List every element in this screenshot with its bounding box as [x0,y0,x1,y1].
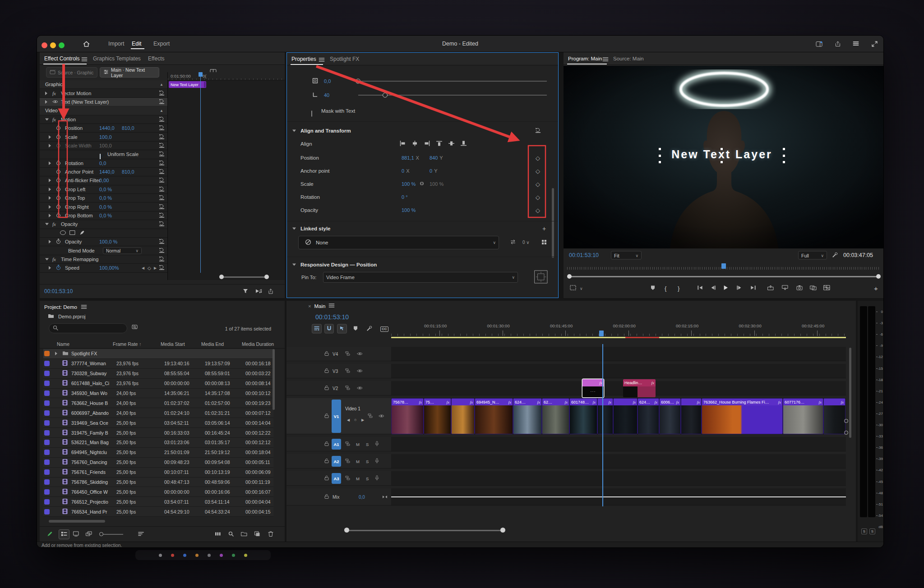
reset-icon[interactable] [159,90,165,96]
tab-spotlight-fx[interactable]: Spotlight FX [330,56,359,62]
pen-mask-icon[interactable] [79,230,85,236]
project-row-6006997-abando[interactable]: 6006997_Abando 24,00 fps 01:02:24:10 01:… [43,408,273,418]
ec-row-tools[interactable] [40,229,167,238]
dock-app-dot[interactable] [208,554,211,557]
project-row-730328-subway[interactable]: 730328_Subway 23,976 fps 08:55:55:04 08:… [43,369,273,379]
mix-level-value[interactable]: 0,0 [359,494,365,499]
play-audio-icon[interactable] [255,289,262,294]
align-center-h-icon[interactable] [412,141,418,147]
value-1[interactable]: 0,00 [99,178,109,183]
value-1[interactable]: 100,0 % [99,239,117,244]
fullscreen-icon[interactable] [872,41,878,48]
keyframe-toggle-anchor-point[interactable]: ◇ [536,167,540,174]
project-row-377774-woman[interactable]: 377774_Woman 23,976 fps 19:13:40:16 19:1… [43,359,273,369]
eye-icon[interactable] [52,99,58,105]
keyframe-toggle-position[interactable]: ◇ [536,154,540,161]
timeline-clip-601748[interactable]: 601748…fx [569,398,597,434]
tab-program-main[interactable]: Program: Main [568,56,602,61]
workspace-icon[interactable] [816,41,822,48]
program-ruler[interactable] [567,262,881,270]
timeline-clip-763662-house-burning-flames-fi[interactable]: 763662_House Burning Flames Fi…fx [702,398,783,434]
playback-resolution-dropdown[interactable]: Full∨ [798,251,827,260]
solo-button[interactable]: S [366,476,369,481]
stopwatch-icon[interactable] [56,212,61,219]
label-swatch[interactable] [44,381,50,386]
stopwatch-icon[interactable] [56,204,61,210]
edit-pencil-icon[interactable] [47,531,53,537]
linked-style-dropdown[interactable]: None ∨ [298,236,499,249]
project-row-756786-skidding[interactable]: 756786_Skidding 25,00 fps 00:48:47:13 00… [43,478,273,487]
track-output-eye-icon[interactable] [357,351,363,357]
project-row-766534-hand-pr[interactable]: 766534_Hand Pr 25,00 fps 04:54:29:10 04:… [43,507,273,517]
lock-icon[interactable] [324,475,329,481]
twirl-icon[interactable] [49,205,51,209]
style-count[interactable]: 0 ∨ [522,240,530,245]
ellipse-mask-icon[interactable] [60,230,66,236]
label-swatch[interactable] [44,440,50,445]
project-row-spotlight-fx[interactable]: Spotlight FX [43,349,273,359]
program-timecode[interactable]: 00:01:53:10 [569,252,599,258]
value-1[interactable]: 0,0 % [99,213,112,218]
program-settings-icon[interactable] [832,252,838,258]
lock-icon[interactable] [324,458,329,464]
project-row-536221-man-bag[interactable]: 536221_Man Bag 25,00 fps 03:01:23:06 03:… [43,438,273,448]
meter-solo-button[interactable]: S [869,528,875,534]
ec-zoom-handle-left[interactable] [219,275,224,279]
label-swatch[interactable] [44,459,50,465]
keyframe-toggle-rotation[interactable]: ◇ [536,193,540,200]
project-row-6017488-halo-ci[interactable]: 6017488_Halo_Ci 23,976 fps 00:00:00:00 0… [43,379,273,389]
timeline-playhead-marker[interactable] [599,331,604,336]
stopwatch-icon[interactable] [56,134,61,140]
label-swatch[interactable] [44,499,50,505]
dock[interactable] [135,550,271,560]
label-swatch[interactable] [44,420,50,426]
project-row-319475-family-b[interactable]: 319475_Family B 25,00 fps 00:16:33:03 00… [43,428,273,438]
keyframe-toggle-scale[interactable]: ◇ [536,180,540,187]
label-swatch[interactable] [44,351,50,356]
ec-row-position[interactable]: Position 1440,0810,0 [40,124,167,133]
add-keyframe-icon[interactable]: ○ [354,418,356,422]
timeline-clip-6006[interactable]: 6006…fx [659,398,681,434]
position-value-2[interactable]: 840 [430,155,438,161]
new-bin-icon[interactable] [241,531,247,537]
project-breadcrumb[interactable]: Demo.prproj [58,314,86,319]
reset-icon[interactable] [159,99,165,105]
mute-button[interactable]: M [356,459,360,464]
slider2-value[interactable]: 40 [324,92,329,98]
track-header-v3[interactable]: V3 [286,364,391,378]
label-swatch[interactable] [44,390,50,396]
timeline-ruler[interactable]: 00:01:15:00 00:01:30:00 00:01:45:00 00:0… [391,322,846,338]
column-media-end[interactable]: Media End [201,341,224,347]
track-lane-a3[interactable] [391,471,846,486]
search-in-bin-icon[interactable] [132,324,139,331]
program-playhead[interactable] [721,263,726,269]
timeline-clip-row[interactable]: fx [681,398,702,434]
ec-zoom-bar[interactable] [222,276,267,278]
label-swatch[interactable] [44,509,50,514]
ec-row-scale[interactable]: Scale 100,0 [40,133,167,141]
value-1[interactable]: 1440,0 [99,125,115,131]
column-name[interactable]: Name [57,341,69,347]
lock-icon[interactable] [324,385,329,391]
prev-keyframe-icon[interactable]: ◀ [142,266,144,270]
go-to-in-icon[interactable] [697,285,703,291]
ec-row-time-remapping[interactable]: fx Time Remapping [40,255,167,264]
reset-icon[interactable] [159,186,165,193]
track-header-v4[interactable]: V4 [286,347,391,361]
reset-icon[interactable] [159,125,165,131]
minimize-button[interactable] [50,42,56,48]
chevron-down-icon[interactable]: ∨ [580,285,583,291]
tab-sequence-main[interactable]: Main [314,303,325,309]
step-back-icon[interactable] [711,285,716,291]
ec-mini-timeline[interactable]: 0:01:50:00 0( New Text Layer [167,72,285,280]
project-hscrollbar[interactable] [49,520,105,523]
ec-row-speed[interactable]: Speed 100,00%◀ ◇ ▶ [40,264,167,272]
reset-icon[interactable] [159,151,165,157]
align-bottom-icon[interactable] [461,141,467,147]
align-top-icon[interactable] [436,141,442,147]
dock-app-dot[interactable] [232,554,235,557]
project-row-319469-sea-oce[interactable]: 319469_Sea Oce 25,00 fps 03:04:52:11 03:… [43,418,273,428]
column-media-start[interactable]: Media Start [161,341,185,347]
export-frame-icon[interactable] [796,285,803,291]
project-scrollbar[interactable] [273,349,275,410]
